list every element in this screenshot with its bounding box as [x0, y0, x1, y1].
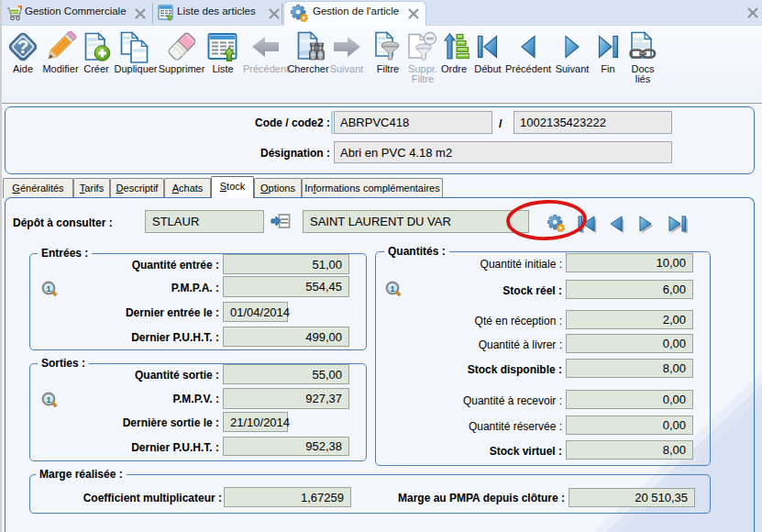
svg-text:1: 1: [46, 284, 50, 294]
svg-text:1: 1: [390, 284, 394, 294]
svg-text:1: 1: [46, 395, 50, 405]
